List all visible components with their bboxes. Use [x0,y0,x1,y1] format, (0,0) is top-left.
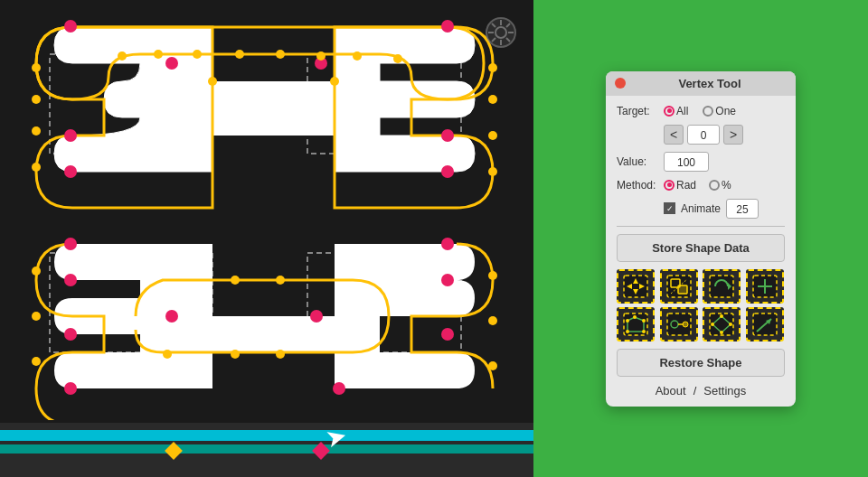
target-one-radio[interactable] [703,106,713,117]
svg-point-21 [32,126,41,136]
icon-cell-vertices-diamond[interactable] [703,307,741,341]
svg-point-42 [231,276,240,285]
stepper-controls: < 0 > [664,125,743,145]
svg-point-12 [235,50,244,59]
svg-point-20 [32,63,41,72]
icon-grid [617,269,785,341]
vertex-tool-panel: Vertex Tool Target: All One [606,71,796,407]
svg-point-45 [276,350,285,359]
svg-point-27 [488,131,497,140]
svg-point-8 [441,20,454,33]
icon-cell-vertices-add[interactable] [746,269,784,304]
svg-point-9 [118,51,127,61]
svg-point-40 [333,382,345,395]
svg-point-25 [488,63,497,72]
stepper-prev-button[interactable]: < [664,125,684,145]
svg-point-46 [441,238,454,250]
svg-point-82 [642,330,646,333]
animate-checkbox[interactable] [664,202,675,214]
method-rad-radio[interactable] [664,180,675,191]
svg-point-80 [633,315,637,319]
svg-point-26 [488,95,497,104]
value-row: Value: 100 [617,152,785,172]
svg-point-10 [154,50,163,59]
svg-rect-4 [212,81,335,136]
svg-point-79 [626,319,629,323]
svg-point-34 [64,382,77,395]
stepper-value[interactable]: 0 [687,125,720,145]
svg-point-47 [441,274,454,286]
svg-point-51 [488,361,497,370]
right-panel: Vertex Tool Target: All One [533,0,868,477]
footer-separator: / [693,384,697,398]
svg-point-92 [711,323,714,326]
target-one-label: One [715,105,736,117]
svg-point-37 [32,357,41,366]
svg-point-36 [32,312,41,321]
method-percent-label: % [722,179,731,192]
method-row: Method: Rad % [617,179,785,192]
restore-shape-button[interactable]: Restore Shape [617,349,785,377]
svg-point-90 [729,323,732,326]
method-percent-option[interactable]: % [709,179,731,192]
target-radio-group: All One [664,105,736,117]
svg-point-18 [64,165,77,178]
svg-point-5 [64,20,77,33]
svg-point-38 [165,310,178,323]
svg-point-6 [165,57,178,70]
icon-cell-vertices-path[interactable] [617,307,655,341]
timeline[interactable]: ➤ [0,423,533,477]
svg-point-89 [720,314,723,318]
method-label: Method: [617,179,664,192]
svg-point-35 [32,267,41,276]
icon-cell-vertices-distribute[interactable] [660,307,698,341]
svg-point-91 [720,331,723,334]
svg-point-86 [683,322,688,327]
canvas-settings-icon[interactable] [485,16,517,49]
value-input[interactable]: 100 [664,152,709,172]
target-one-option[interactable]: One [703,105,736,117]
separator-1 [617,226,785,227]
value-label: Value: [617,155,664,168]
svg-point-44 [231,350,240,359]
timeline-bar-cyan [0,430,533,441]
footer-row: About / Settings [617,384,785,398]
icon-cell-vertices-scale[interactable] [660,269,698,304]
svg-point-50 [488,316,497,325]
stepper-next-button[interactable]: > [723,125,743,145]
stepper-row: < 0 > [617,125,785,145]
svg-point-22 [32,163,41,172]
timeline-bar-teal [0,444,533,454]
panel-body: Target: All One < 0 [606,96,796,407]
method-percent-radio[interactable] [709,180,720,191]
target-all-label: All [676,105,688,117]
svg-point-33 [64,328,77,341]
target-all-option[interactable]: All [664,105,688,117]
method-radio-group: Rad % [664,179,731,192]
panel-titlebar: Vertex Tool [606,71,796,96]
icon-cell-vertices-move[interactable] [617,269,655,304]
settings-link[interactable]: Settings [703,384,746,398]
close-button[interactable] [615,78,626,89]
svg-point-24 [441,165,454,178]
svg-point-23 [441,129,454,142]
method-rad-label: Rad [676,179,696,192]
icon-cell-vertices-arrow[interactable] [746,307,784,341]
svg-point-15 [353,51,362,61]
panel-title: Vertex Tool [633,77,787,90]
animate-value[interactable]: 25 [726,199,759,219]
svg-point-14 [316,51,326,61]
about-link[interactable]: About [656,384,686,398]
svg-point-16 [393,54,402,63]
svg-point-43 [276,276,285,285]
target-row: Target: All One [617,105,785,117]
icon-cell-vertices-rotate[interactable] [703,269,741,304]
svg-point-19 [32,95,41,104]
svg-point-13 [276,50,285,59]
canvas-area: ➤ [0,0,533,477]
target-all-radio[interactable] [664,106,675,117]
method-rad-option[interactable]: Rad [664,179,696,192]
store-shape-button[interactable]: Store Shape Data [617,234,785,262]
svg-point-11 [193,50,202,59]
svg-point-30 [330,77,339,86]
